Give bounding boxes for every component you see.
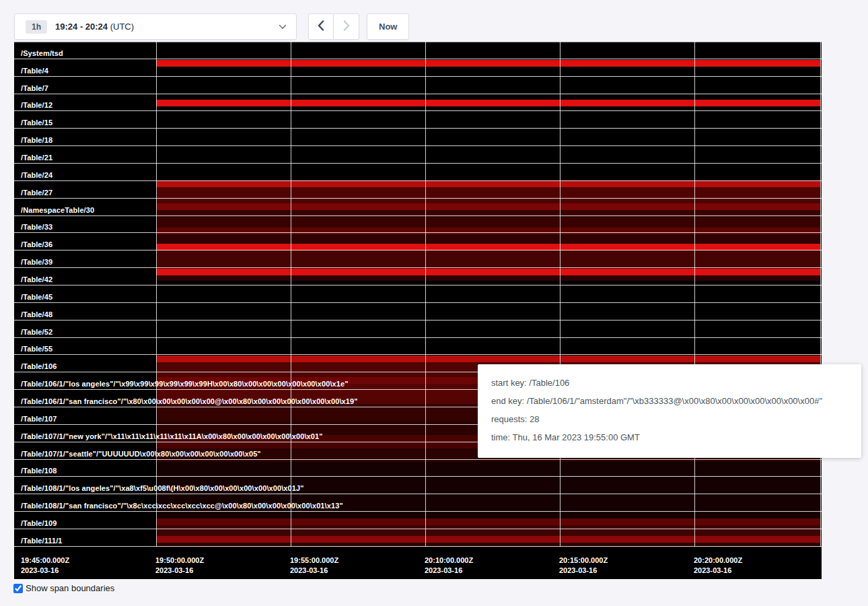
tooltip-line: time: Thu, 16 Mar 2023 19:55:00 GMT	[491, 431, 848, 444]
tick-time: 19:50:00.000Z	[155, 556, 204, 566]
span-row-label: /Table/48	[21, 310, 52, 318]
span-row-label: /Table/107	[21, 415, 57, 423]
span-row[interactable]: /Table/108/1/"san francisco"/"\x8c\xcc\x…	[14, 494, 822, 512]
span-row[interactable]: /Table/108/1/"los angeles"/"\xa8\xf5\u00…	[14, 477, 822, 494]
span-row[interactable]: /Table/39	[14, 250, 822, 268]
time-range-value: 19:24 - 20:24	[55, 22, 108, 32]
prev-range-button[interactable]	[308, 13, 334, 40]
tick-date: 2023-03-16	[425, 566, 473, 576]
span-row-label: /System/tsd	[21, 49, 63, 57]
span-row-label: /Table/18	[21, 136, 52, 144]
span-row-label: /Table/55	[21, 345, 52, 353]
span-row-label: /Table/33	[21, 223, 52, 231]
span-row-label: /Table/45	[21, 293, 52, 301]
span-row-label: /Table/27	[21, 189, 52, 197]
span-row[interactable]: /Table/15	[14, 111, 822, 129]
time-toolbar: 1h 19:24 - 20:24 (UTC) Now	[14, 13, 409, 40]
time-axis: 19:45:00.000Z2023-03-1619:50:00.000Z2023…	[14, 547, 822, 579]
span-row[interactable]: /Table/4	[14, 59, 822, 77]
span-row-label: /Table/12	[21, 101, 52, 109]
span-row-label: /Table/108/1/"san francisco"/"\x8c\xcc\x…	[21, 502, 343, 510]
span-row-label: /Table/4	[21, 67, 48, 75]
key-visualizer-canvas[interactable]: /System/tsd/Table/4/Table/7/Table/12/Tab…	[14, 42, 822, 579]
time-axis-tick: 20:15:00.000Z2023-03-16	[559, 556, 608, 576]
time-axis-tick: 19:50:00.000Z2023-03-16	[155, 556, 204, 576]
show-span-boundaries-label: Show span boundaries	[26, 583, 114, 593]
span-row[interactable]: /Table/45	[14, 285, 822, 303]
span-row[interactable]: /Table/21	[14, 146, 822, 164]
span-row-label: /Table/39	[21, 258, 52, 266]
time-axis-tick: 20:20:00.000Z2023-03-16	[694, 556, 742, 576]
span-row-label: /Table/108/1/"los angeles"/"\xa8\xf5\u00…	[21, 484, 304, 492]
span-row[interactable]: /Table/12	[14, 94, 822, 112]
span-row-label: /Table/107/1/"new york"/"\x11\x11\x11\x1…	[21, 432, 323, 440]
span-row[interactable]: /Table/24	[14, 164, 822, 181]
span-row[interactable]: /Table/33	[14, 216, 822, 234]
tick-date: 2023-03-16	[559, 566, 608, 576]
span-row-label: /Table/52	[21, 328, 52, 336]
span-row-label: /NamespaceTable/30	[21, 206, 94, 214]
span-tooltip: start key: /Table/106end key: /Table/106…	[478, 364, 861, 458]
span-rows-layer: /System/tsd/Table/4/Table/7/Table/12/Tab…	[14, 42, 822, 547]
tick-time: 20:10:00.000Z	[425, 556, 473, 566]
span-row[interactable]: /Table/7	[14, 77, 822, 94]
tick-date: 2023-03-16	[155, 566, 204, 576]
span-row-label: /Table/106	[21, 362, 57, 370]
span-row[interactable]: /Table/52	[14, 321, 822, 338]
tick-time: 20:20:00.000Z	[694, 556, 742, 566]
next-range-button[interactable]	[334, 13, 359, 40]
span-row[interactable]: /Table/48	[14, 303, 822, 321]
span-row-label: /Table/109	[21, 519, 57, 527]
tooltip-line: requests: 28	[491, 413, 848, 426]
tick-time: 19:45:00.000Z	[21, 556, 69, 566]
time-axis-tick: 19:45:00.000Z2023-03-16	[21, 556, 69, 576]
span-row[interactable]: /Table/18	[14, 129, 822, 146]
span-row-label: /Table/21	[21, 154, 52, 162]
span-row-label: /Table/107/1/"seattle"/"UUUUUUD\x00\x80\…	[21, 450, 261, 458]
show-span-boundaries-checkbox[interactable]	[13, 584, 23, 593]
span-row[interactable]: /Table/109	[14, 512, 822, 529]
tick-date: 2023-03-16	[694, 566, 742, 576]
span-row[interactable]: /Table/111/1	[14, 529, 822, 547]
tick-time: 20:15:00.000Z	[559, 556, 608, 566]
time-axis-tick: 20:10:00.000Z2023-03-16	[425, 556, 473, 576]
span-row[interactable]: /Table/42	[14, 268, 822, 285]
span-row[interactable]: /System/tsd	[14, 42, 822, 59]
span-row-label: /Table/108	[21, 467, 57, 475]
duration-badge: 1h	[26, 20, 47, 34]
span-row[interactable]: /Table/36	[14, 233, 822, 250]
span-row-label: /Table/42	[21, 275, 52, 283]
span-row-label: /Table/24	[21, 171, 52, 179]
tick-date: 2023-03-16	[290, 566, 338, 576]
span-row[interactable]: /NamespaceTable/30	[14, 199, 822, 216]
timezone-label: (UTC)	[110, 22, 134, 32]
time-range-selector[interactable]: 1h 19:24 - 20:24 (UTC)	[14, 13, 297, 40]
span-row[interactable]: /Table/108	[14, 460, 822, 477]
chevron-down-icon	[279, 24, 287, 30]
tooltip-line: start key: /Table/106	[491, 376, 848, 390]
span-row-label: /Table/7	[21, 84, 48, 92]
chevron-left-icon	[318, 20, 324, 33]
now-button[interactable]: Now	[367, 13, 409, 40]
span-row[interactable]: /Table/27	[14, 181, 822, 199]
tooltip-line: end key: /Table/106/1/"amsterdam"/"\xb33…	[491, 395, 848, 408]
tick-time: 19:55:00.000Z	[290, 556, 338, 566]
time-axis-tick: 19:55:00.000Z2023-03-16	[290, 556, 338, 576]
span-row-label: /Table/106/1/"san francisco"/"\x80\x00\x…	[21, 397, 358, 405]
footer-controls: Show span boundaries	[13, 583, 114, 593]
time-nav-group	[308, 13, 359, 40]
time-range-label: 19:24 - 20:24 (UTC)	[55, 22, 134, 32]
span-row[interactable]: /Table/55	[14, 338, 822, 356]
tick-date: 2023-03-16	[21, 566, 69, 576]
chevron-right-icon	[343, 20, 350, 33]
span-row-label: /Table/15	[21, 119, 52, 127]
span-row-label: /Table/106/1/"los angeles"/"\x99\x99\x99…	[21, 380, 349, 388]
span-row-label: /Table/36	[21, 240, 52, 248]
span-row-label: /Table/111/1	[21, 537, 63, 545]
